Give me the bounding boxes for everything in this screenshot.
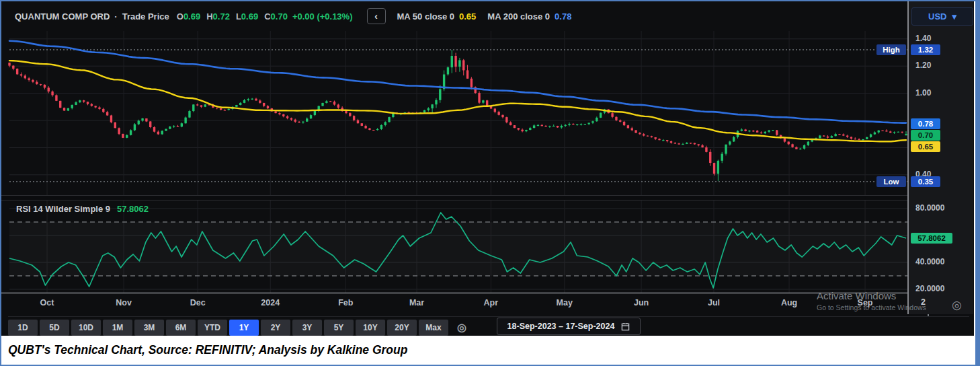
activate-windows-watermark: Activate Windows Go to Settings to activ… bbox=[817, 290, 926, 312]
header-separator: · bbox=[114, 11, 117, 22]
ma200-axis-badge: 0.78 bbox=[911, 118, 940, 129]
range-button-2y[interactable]: 2Y bbox=[261, 320, 290, 336]
date-range-text: 18-Sep-2023 – 17-Sep-2024 bbox=[507, 322, 615, 331]
rsi-tick-80: 80.0000 bbox=[915, 203, 944, 213]
ma200-value: 0.78 bbox=[555, 11, 571, 22]
calendar-icon bbox=[621, 322, 630, 331]
candles-layer bbox=[8, 50, 907, 181]
symbol-name: QUANTUM COMP ORD bbox=[15, 11, 110, 22]
ma50-value: 0.65 bbox=[459, 11, 476, 22]
range-button-5y[interactable]: 5Y bbox=[324, 320, 354, 336]
low-readout: L0.69 bbox=[236, 11, 258, 22]
month-label-nov: Nov bbox=[109, 298, 138, 307]
figure-caption: QUBT's Technical Chart, Source: REFINITI… bbox=[1, 336, 979, 365]
high-readout: H0.72 bbox=[206, 11, 230, 22]
chevron-down-icon: ▾ bbox=[952, 11, 956, 22]
month-label-mar: Mar bbox=[402, 298, 432, 307]
range-button-1m[interactable]: 1M bbox=[103, 320, 132, 336]
date-range-picker[interactable]: 18-Sep-2023 – 17-Sep-2024 bbox=[497, 318, 641, 335]
range-button-max[interactable]: Max bbox=[419, 320, 448, 336]
range-button-6m[interactable]: 6M bbox=[166, 320, 196, 336]
range-button-1d[interactable]: 1D bbox=[8, 320, 38, 336]
chart-settings-button[interactable]: ◎ bbox=[450, 320, 473, 336]
ma50-axis-badge: 0.65 bbox=[911, 141, 940, 152]
low-label-badge: Low bbox=[876, 176, 906, 187]
rsi-band bbox=[9, 222, 907, 276]
range-button-10y[interactable]: 10Y bbox=[356, 320, 385, 336]
price-tick-1.00: 1.00 bbox=[915, 88, 931, 98]
rsi-legend: RSI 14 Wilder Simple 9 57.8062 bbox=[16, 204, 149, 214]
month-label-may: May bbox=[550, 298, 579, 307]
high-value-badge: 1.32 bbox=[911, 44, 940, 55]
month-label-oct: Oct bbox=[32, 298, 62, 307]
last-price-badge: 0.70 bbox=[911, 130, 940, 141]
currency-selector[interactable]: USD ▾ bbox=[911, 7, 973, 26]
rsi-value-badge: 57.8062 bbox=[911, 233, 952, 244]
screenshot-frame: QUANTUM COMP ORD · Trade Price O0.69 H0.… bbox=[0, 0, 980, 366]
range-button-10d[interactable]: 10D bbox=[71, 320, 101, 336]
ma200-legend: MA 200 close 0 0.78 bbox=[487, 11, 571, 22]
range-button-5d[interactable]: 5D bbox=[40, 320, 69, 336]
series-label: Trade Price bbox=[122, 11, 169, 22]
ohlc-readout: O0.69 H0.72 L0.69 C0.70 bbox=[177, 11, 288, 22]
price-tick-1.20: 1.20 bbox=[915, 61, 931, 70]
gear-icon: ◎ bbox=[952, 299, 962, 312]
rsi-tick-40: 40.0000 bbox=[915, 257, 944, 266]
month-label-2024: 2024 bbox=[255, 298, 285, 307]
month-label-aug: Aug bbox=[774, 298, 804, 307]
low-value-badge: 0.35 bbox=[911, 176, 940, 187]
range-button-1y[interactable]: 1Y bbox=[229, 320, 259, 336]
range-button-20y[interactable]: 20Y bbox=[387, 320, 417, 336]
month-label-feb: Feb bbox=[331, 298, 360, 307]
month-label-jul: Jul bbox=[699, 298, 729, 307]
chart-header: QUANTUM COMP ORD · Trade Price O0.69 H0.… bbox=[15, 7, 571, 25]
rsi-current-value: 57.8062 bbox=[117, 204, 149, 214]
trading-chart-app: QUANTUM COMP ORD · Trade Price O0.69 H0.… bbox=[1, 1, 979, 365]
month-label-dec: Dec bbox=[183, 298, 212, 307]
range-button-3m[interactable]: 3M bbox=[134, 320, 164, 336]
open-readout: O0.69 bbox=[177, 11, 200, 22]
close-readout: C0.70 bbox=[264, 11, 288, 22]
range-button-3y[interactable]: 3Y bbox=[292, 320, 322, 336]
axis-settings-button[interactable]: ◎ bbox=[952, 298, 962, 312]
ma50-line bbox=[9, 61, 906, 141]
range-toolbar: 1D5D10D1M3M6MYTD1Y2Y3Y5Y10Y20YMax◎ bbox=[8, 316, 969, 336]
month-label-apr: Apr bbox=[476, 298, 505, 307]
price-tick-1.40: 1.40 bbox=[915, 34, 931, 43]
high-label-badge: High bbox=[876, 44, 906, 55]
collapse-legend-button[interactable]: ‹ bbox=[367, 8, 386, 24]
rsi-label: RSI 14 Wilder Simple 9 bbox=[16, 204, 110, 214]
range-button-ytd[interactable]: YTD bbox=[198, 320, 227, 336]
chevron-left-icon: ‹ bbox=[374, 11, 378, 21]
time-axis[interactable]: OctNovDec2024FebMarAprMayJunJulAugSep bbox=[1, 298, 909, 310]
month-label-jun: Jun bbox=[626, 298, 656, 307]
scrollbar-edge[interactable] bbox=[975, 1, 979, 365]
ma50-legend: MA 50 close 0 0.65 bbox=[397, 11, 477, 22]
change-readout: +0.00 (+0.13%) bbox=[292, 11, 353, 22]
